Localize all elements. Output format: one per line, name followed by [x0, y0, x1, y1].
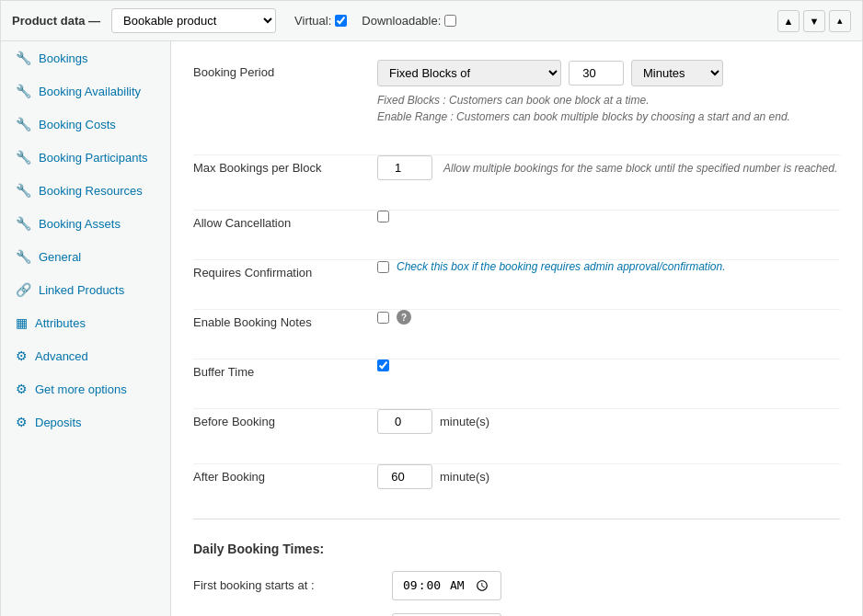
virtual-checkbox[interactable] [335, 15, 347, 27]
after-booking-input-row: minute(s) [377, 464, 840, 489]
first-booking-row: First booking starts at : [193, 571, 840, 600]
header-arrows: ▲ ▼ ▴ [777, 10, 851, 32]
sidebar-item-general[interactable]: 🔧 General [1, 240, 170, 273]
booking-unit-select[interactable]: Minutes Hours Days Weeks Months [631, 60, 723, 86]
wrench-icon: 🔧 [16, 51, 31, 65]
arrow-expand-button[interactable]: ▴ [829, 10, 851, 32]
buffer-time-row: Buffer Time [193, 359, 840, 394]
max-bookings-input-row: Allow multiple bookings for the same blo… [377, 155, 840, 180]
arrow-up-button[interactable]: ▲ [777, 10, 800, 32]
buffer-time-label: Buffer Time [193, 359, 377, 379]
before-booking-input-row: minute(s) [377, 409, 840, 434]
allow-cancellation-checkbox-row [377, 211, 840, 222]
requires-confirmation-hint: Check this box if the booking requires a… [397, 260, 726, 273]
sidebar-item-booking-availability[interactable]: 🔧 Booking Availability [1, 74, 170, 108]
before-booking-input[interactable] [377, 409, 432, 434]
requires-confirmation-checkbox[interactable] [377, 261, 389, 273]
daily-booking-times-title: Daily Booking Times: [193, 534, 840, 556]
wrench-icon-resources: 🔧 [16, 183, 31, 198]
allow-cancellation-checkbox[interactable] [377, 211, 389, 222]
sidebar-label-resources: Booking Resources [39, 184, 143, 198]
sidebar-label-deposits: Deposits [35, 416, 82, 429]
booking-period-controls: Fixed Blocks of Customer defined blocks … [377, 60, 840, 86]
sidebar-label-participants: Booking Participants [39, 151, 148, 165]
allow-cancellation-label: Allow Cancellation [193, 211, 377, 230]
first-booking-time[interactable] [392, 571, 501, 600]
booking-period-label: Booking Period [193, 60, 377, 79]
before-booking-label: Before Booking [193, 409, 377, 428]
sidebar-label-general: General [39, 250, 81, 264]
sidebar-label-more: Get more options [35, 382, 127, 396]
downloadable-label[interactable]: Downloadable: [362, 14, 456, 28]
booking-block-value[interactable] [569, 61, 624, 86]
sidebar-item-attributes[interactable]: ▦ Attributes [1, 306, 170, 339]
arrow-down-button[interactable]: ▼ [803, 10, 825, 32]
buffer-time-checkbox-row [377, 359, 840, 371]
max-bookings-control: Allow multiple bookings for the same blo… [377, 155, 840, 180]
product-data-label: Product data — [12, 14, 100, 28]
product-data-body: 🔧 Bookings 🔧 Booking Availability 🔧 Book… [1, 41, 862, 616]
booking-period-hint2: Enable Range : Customers can book multip… [377, 108, 840, 125]
after-booking-label: After Booking [193, 464, 377, 484]
requires-confirmation-label: Requires Confirmation [193, 260, 377, 279]
virtual-label[interactable]: Virtual: [294, 14, 347, 28]
main-content: Booking Period Fixed Blocks of Customer … [171, 41, 862, 616]
downloadable-checkbox[interactable] [444, 15, 456, 27]
enable-booking-notes-checkbox-row: ? [377, 310, 840, 325]
sidebar: 🔧 Bookings 🔧 Booking Availability 🔧 Book… [1, 41, 171, 616]
booking-period-control: Fixed Blocks of Customer defined blocks … [377, 60, 840, 125]
buffer-time-control [377, 359, 840, 371]
last-booking-time[interactable] [392, 613, 501, 616]
wrench-icon-general: 🔧 [16, 249, 31, 264]
section-divider [193, 519, 840, 519]
buffer-time-checkbox[interactable] [377, 359, 389, 371]
sidebar-item-booking-assets[interactable]: 🔧 Booking Assets [1, 207, 170, 240]
enable-booking-notes-row: Enable Booking Notes ? [193, 309, 840, 344]
allow-cancellation-row: Allow Cancellation [193, 210, 840, 245]
virtual-downloadable-group: Virtual: Downloadable: [294, 14, 456, 28]
wrench-icon-availability: 🔧 [16, 84, 31, 98]
wrench-icon-participants: 🔧 [16, 150, 31, 165]
booking-period-select[interactable]: Fixed Blocks of Customer defined blocks … [377, 60, 561, 86]
before-booking-unit: minute(s) [440, 415, 489, 428]
sidebar-item-advanced[interactable]: ⚙ Advanced [1, 339, 170, 372]
gear-icon-advanced: ⚙ [16, 348, 28, 363]
enable-booking-notes-label: Enable Booking Notes [193, 310, 377, 329]
sidebar-item-linked-products[interactable]: 🔗 Linked Products [1, 273, 170, 306]
sidebar-label-costs: Booking Costs [39, 118, 116, 131]
max-bookings-input[interactable] [377, 155, 432, 180]
enable-booking-notes-control: ? [377, 310, 840, 325]
product-data-panel: Product data — Bookable product Simple p… [0, 0, 863, 616]
requires-confirmation-row: Requires Confirmation Check this box if … [193, 259, 840, 294]
after-booking-unit: minute(s) [440, 470, 489, 484]
before-booking-control: minute(s) [377, 409, 840, 434]
booking-period-hint1: Fixed Blocks : Customers can book one bl… [377, 92, 840, 108]
sidebar-item-booking-participants[interactable]: 🔧 Booking Participants [1, 141, 170, 174]
sidebar-label-bookings: Bookings [39, 51, 87, 65]
booking-notes-help-icon[interactable]: ? [397, 310, 411, 325]
sidebar-item-booking-resources[interactable]: 🔧 Booking Resources [1, 174, 170, 207]
sidebar-label-attributes: Attributes [35, 316, 86, 330]
wrench-icon-assets: 🔧 [16, 216, 31, 231]
max-bookings-row: Max Bookings per Block Allow multiple bo… [193, 154, 840, 195]
sidebar-item-booking-costs[interactable]: 🔧 Booking Costs [1, 108, 170, 141]
gear-icon-more: ⚙ [16, 382, 28, 396]
sidebar-label-advanced: Advanced [35, 349, 88, 363]
gear-icon-deposits: ⚙ [16, 415, 28, 429]
booking-period-row: Booking Period Fixed Blocks of Customer … [193, 60, 840, 140]
wrench-icon-costs: 🔧 [16, 117, 31, 131]
requires-confirmation-control: Check this box if the booking requires a… [377, 260, 840, 273]
first-booking-label: First booking starts at : [193, 578, 377, 592]
max-bookings-hint: Allow multiple bookings for the same blo… [443, 162, 837, 175]
after-booking-input[interactable] [377, 464, 432, 489]
sidebar-label-availability: Booking Availability [39, 85, 141, 98]
product-type-select[interactable]: Bookable product Simple product Grouped … [111, 8, 276, 33]
sidebar-item-bookings[interactable]: 🔧 Bookings [1, 41, 170, 74]
product-data-header: Product data — Bookable product Simple p… [1, 1, 862, 41]
sidebar-item-deposits[interactable]: ⚙ Deposits [1, 405, 170, 439]
enable-booking-notes-checkbox[interactable] [377, 312, 389, 324]
after-booking-control: minute(s) [377, 464, 840, 489]
grid-icon: ▦ [16, 315, 28, 330]
sidebar-item-get-more-options[interactable]: ⚙ Get more options [1, 372, 170, 405]
link-icon: 🔗 [16, 282, 31, 297]
